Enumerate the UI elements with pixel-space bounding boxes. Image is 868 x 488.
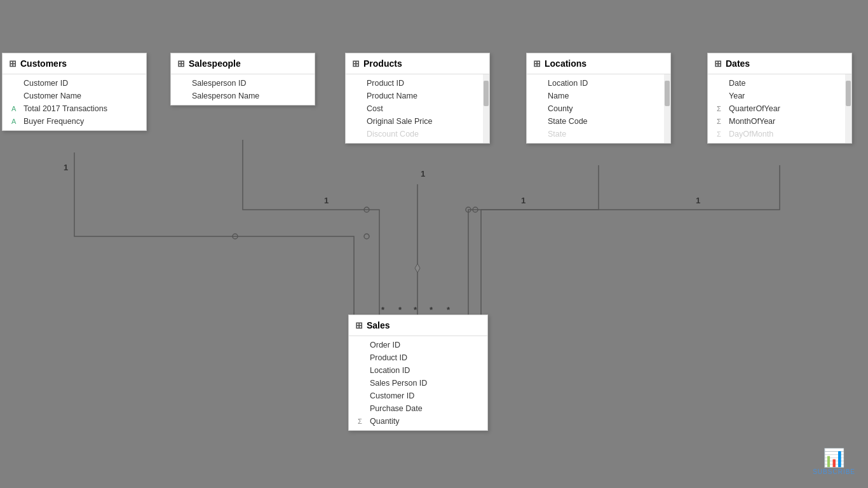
field-salesperson-name: Salesperson Name [171,90,315,102]
field-customer-id: Customer ID [3,77,146,90]
field-date: Date [708,77,844,90]
field-discount-code: Discount Code [346,128,482,140]
svg-text:1: 1 [696,196,700,205]
sigma-icon3: Σ [717,130,726,138]
table-icon: ⊞ [177,58,185,69]
svg-text:*: * [381,305,385,315]
svg-text:*: * [447,305,451,315]
locations-header: ⊞ Locations [527,53,670,74]
field-dayofmonth: Σ DayOfMonth [708,128,844,140]
field-state: State [527,128,663,140]
locations-title: Locations [545,58,587,69]
field-county: County [527,102,663,115]
products-title: Products [363,58,402,69]
svg-text:*: * [430,305,433,315]
field-original-sale-price: Original Sale Price [346,115,482,128]
customers-title: Customers [20,58,67,69]
field-order-id: Order ID [349,339,487,351]
sigma-icon2: Σ [717,118,726,125]
field-salesperson-id: Salesperson ID [171,77,315,90]
locations-body: Location ID Name County State Code State [527,74,670,143]
field-state-code: State Code [527,115,663,128]
sales-title: Sales [367,320,390,330]
table-icon: ⊞ [9,58,17,69]
field-year: Year [708,90,844,102]
sales-body: Order ID Product ID Location ID Sales Pe… [349,336,487,430]
field-cost: Cost [346,102,482,115]
products-header: ⊞ Products [346,53,489,74]
field-name: Name [527,90,663,102]
field-buyer-frequency: A Buyer Frequency [3,115,146,128]
sigma-icon: Σ [358,417,367,425]
customers-header: ⊞ Customers [3,53,146,74]
svg-marker-1 [415,264,420,273]
dates-body: Date Year Σ QuarterOfYear Σ MonthOfYear … [708,74,851,143]
sigma-icon: Σ [717,105,726,112]
field-location-id-sales: Location ID [349,364,487,377]
svg-text:*: * [398,305,402,315]
salespeople-title: Salespeople [189,58,241,69]
svg-point-7 [364,234,369,239]
watermark-icon: 📊 [823,448,845,468]
locations-table: ⊞ Locations Location ID Name County Stat… [526,53,671,144]
sales-header: ⊞ Sales [349,315,487,336]
table-icon: ⊞ [714,58,722,69]
salespeople-table: ⊞ Salespeople Salesperson ID Salesperson… [170,53,315,105]
table-icon: ⊞ [352,58,360,69]
salespeople-body: Salesperson ID Salesperson Name [171,74,315,105]
svg-text:1: 1 [421,169,425,179]
salespeople-header: ⊞ Salespeople [171,53,315,74]
field-product-id: Product ID [346,77,482,90]
watermark-label: SUBSCRIBE [813,468,855,475]
table-icon: ⊞ [533,58,541,69]
field-sales-person-id: Sales Person ID [349,377,487,390]
field-total-transactions: A Total 2017 Transactions [3,102,146,115]
svg-text:*: * [414,305,417,315]
customers-table: ⊞ Customers Customer ID Customer Name A … [2,53,147,131]
svg-text:1: 1 [64,163,68,172]
calc-icon: A [11,105,20,112]
sales-table: ⊞ Sales Order ID Product ID Location ID … [348,315,488,431]
svg-point-6 [233,234,238,239]
products-body: Product ID Product Name Cost Original Sa… [346,74,489,143]
products-table: ⊞ Products Product ID Product Name Cost … [345,53,490,144]
table-icon: ⊞ [355,320,363,330]
calc-icon2: A [11,118,20,125]
field-customer-name: Customer Name [3,90,146,102]
svg-point-13 [473,207,478,212]
field-quarterofyear: Σ QuarterOfYear [708,102,844,115]
field-product-name: Product Name [346,90,482,102]
svg-point-10 [364,207,369,212]
field-monthofyear: Σ MonthOfYear [708,115,844,128]
svg-point-14 [466,207,471,212]
field-location-id: Location ID [527,77,663,90]
dates-table: ⊞ Dates Date Year Σ QuarterOfYear Σ Mont… [707,53,852,144]
field-customer-id-sales: Customer ID [349,390,487,402]
dates-header: ⊞ Dates [708,53,851,74]
customers-body: Customer ID Customer Name A Total 2017 T… [3,74,146,130]
field-product-id-sales: Product ID [349,351,487,364]
dates-title: Dates [726,58,750,69]
watermark: 📊 SUBSCRIBE [813,447,855,475]
field-purchase-date: Purchase Date [349,402,487,415]
field-quantity: Σ Quantity [349,415,487,428]
svg-text:1: 1 [521,196,526,205]
svg-text:1: 1 [324,196,329,205]
